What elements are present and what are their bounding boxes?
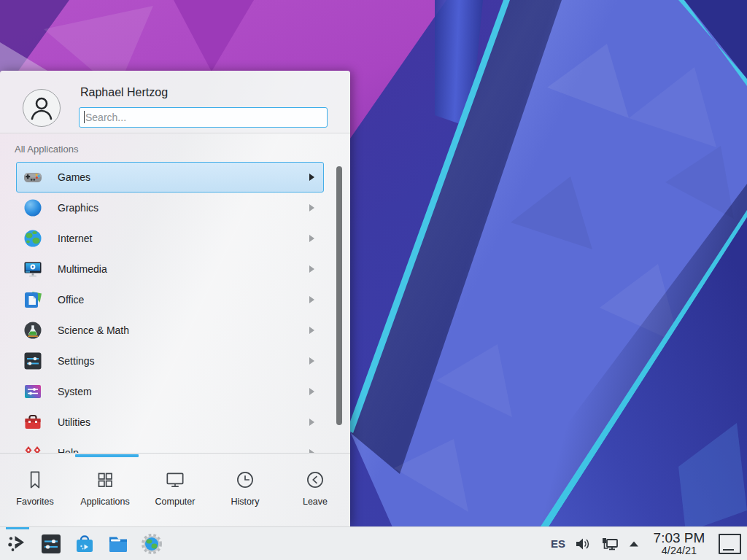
digital-clock[interactable]: 7:03 PM 4/24/21	[649, 531, 710, 556]
discover-bag-icon	[73, 532, 96, 556]
grid-icon	[93, 468, 117, 491]
leave-icon	[303, 468, 327, 491]
submenu-arrow-icon	[309, 265, 314, 273]
taskbar: ES	[0, 526, 747, 560]
submenu-arrow-icon	[309, 327, 314, 334]
system-settings-button[interactable]	[39, 532, 63, 556]
category-science-math[interactable]: Science & Math	[16, 315, 324, 346]
submenu-arrow-icon	[309, 419, 314, 426]
bookmark-icon	[23, 468, 47, 491]
category-games[interactable]: Games	[16, 162, 324, 192]
globe-gear-icon	[140, 532, 163, 556]
tab-computer[interactable]: Computer	[140, 457, 210, 526]
tab-label: Applications	[80, 497, 129, 507]
folder-icon	[107, 532, 130, 556]
utilities-toolbox-icon	[23, 412, 43, 432]
category-label: Help	[58, 447, 309, 453]
show-desktop-icon	[723, 549, 734, 551]
kde-launcher-icon	[6, 532, 29, 556]
tab-bar-separator	[0, 453, 350, 454]
help-icon	[23, 443, 43, 453]
category-label: Multimedia	[58, 263, 309, 275]
category-label: System	[58, 386, 309, 397]
tab-label: History	[231, 497, 260, 507]
category-utilities[interactable]: Utilities	[16, 407, 324, 438]
volume-icon[interactable]	[574, 535, 592, 553]
submenu-arrow-icon	[309, 174, 314, 181]
category-system[interactable]: System	[16, 376, 324, 407]
clock-date: 4/24/21	[649, 545, 710, 556]
submenu-arrow-icon	[309, 296, 314, 303]
launcher-tab-bar: Favorites Applications	[0, 453, 350, 526]
application-launcher-menu: Raphael Hertzog Search... All Applicatio…	[0, 71, 350, 526]
text-caret	[84, 111, 85, 123]
category-graphics[interactable]: Graphics	[16, 192, 324, 223]
category-help[interactable]: Help	[16, 438, 324, 453]
submenu-arrow-icon	[309, 235, 314, 242]
submenu-arrow-icon	[309, 357, 314, 365]
tab-label: Favorites	[16, 497, 53, 507]
category-multimedia[interactable]: Multimedia	[16, 254, 324, 284]
file-manager-button[interactable]	[107, 532, 130, 556]
keyboard-layout-indicator[interactable]: ES	[551, 537, 565, 550]
search-input[interactable]: Search...	[79, 107, 328, 128]
system-sliders-icon	[23, 381, 43, 402]
clock-icon	[233, 468, 257, 491]
person-icon	[25, 91, 58, 125]
launcher-active-indicator	[6, 527, 29, 529]
tab-applications[interactable]: Applications	[70, 457, 140, 526]
tab-leave[interactable]: Leave	[280, 457, 350, 526]
submenu-arrow-icon	[309, 204, 314, 211]
multimedia-monitor-icon	[23, 259, 43, 279]
category-label: Games	[58, 171, 309, 183]
category-label: Graphics	[58, 202, 309, 214]
user-name: Raphael Hertzog	[80, 86, 168, 99]
office-document-icon	[23, 289, 43, 310]
globe-icon	[23, 228, 43, 249]
list-scrollbar[interactable]	[336, 166, 342, 425]
expand-tray-arrow-icon[interactable]	[628, 540, 640, 548]
category-label: Settings	[58, 355, 309, 367]
settings-sliders-icon	[23, 351, 43, 371]
tab-favorites[interactable]: Favorites	[0, 457, 70, 526]
network-icon[interactable]	[600, 535, 619, 553]
science-flask-icon	[23, 320, 43, 341]
user-avatar[interactable]	[23, 89, 61, 127]
desktop-screen: Raphael Hertzog Search... All Applicatio…	[0, 0, 747, 560]
category-label: Office	[58, 294, 309, 306]
section-label: All Applications	[15, 144, 78, 155]
category-internet[interactable]: Internet	[16, 223, 324, 254]
submenu-arrow-icon	[309, 388, 314, 395]
web-browser-button[interactable]	[140, 532, 163, 556]
system-tray: ES	[551, 531, 741, 556]
category-office[interactable]: Office	[16, 284, 324, 315]
monitor-icon	[163, 468, 187, 491]
system-settings-icon	[39, 532, 63, 556]
gamepad-icon	[23, 167, 43, 187]
tab-history[interactable]: History	[210, 457, 280, 526]
show-desktop-button[interactable]	[719, 534, 741, 554]
category-label: Science & Math	[58, 324, 309, 336]
search-placeholder: Search...	[85, 112, 126, 123]
graphics-sphere-icon	[23, 198, 43, 218]
category-label: Utilities	[58, 416, 309, 428]
category-label: Internet	[58, 233, 309, 244]
tab-label: Computer	[155, 497, 196, 507]
category-settings[interactable]: Settings	[16, 346, 324, 376]
discover-button[interactable]	[73, 532, 96, 556]
launcher-header: Raphael Hertzog Search...	[0, 71, 350, 133]
application-launcher-button[interactable]	[6, 532, 29, 556]
tab-label: Leave	[303, 497, 328, 507]
category-list: Games Graphics	[0, 162, 350, 453]
clock-time: 7:03 PM	[649, 531, 710, 545]
